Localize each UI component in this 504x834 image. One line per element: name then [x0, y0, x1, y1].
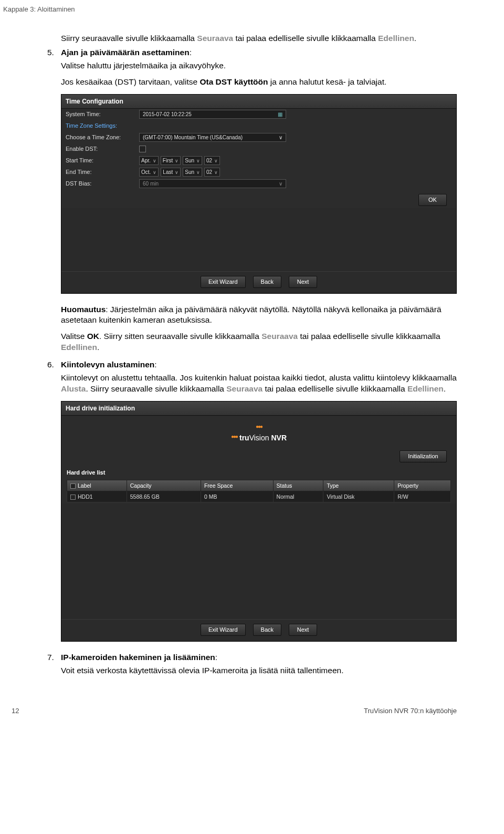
intro-paragraph: Siirry seuraavalle sivulle klikkaamalla … — [47, 33, 457, 44]
step-5-num: 5. — [47, 47, 54, 58]
back-button[interactable]: Back — [253, 276, 281, 288]
chevron-down-icon: ∨ — [279, 180, 282, 188]
next-link: Seuraava — [261, 332, 298, 341]
col-type: Type — [323, 480, 394, 491]
table-header-row: Label Capacity Free Space Status Type Pr… — [67, 480, 451, 491]
system-time-field[interactable]: 2015-07-02 10:22:25 ▦ — [139, 110, 286, 119]
note-paragraph: Huomautus: Järjestelmän aika ja päivämää… — [61, 304, 457, 326]
previous-link: Edellinen — [407, 384, 444, 393]
main-content: Siirry seuraavalle sivulle klikkaamalla … — [0, 14, 504, 693]
step-5: 5. Ajan ja päivämäärän asettaminen: Vali… — [47, 47, 457, 353]
end-month-select[interactable]: Oct.∨ — [139, 168, 159, 177]
step-5-p2: Jos kesäaikaa (DST) tarvitaan, valitse O… — [61, 77, 457, 88]
chevron-down-icon: ∨ — [175, 169, 178, 176]
step-6-num: 6. — [47, 359, 54, 370]
next-button[interactable]: Next — [289, 276, 317, 288]
empty-area — [61, 503, 456, 619]
system-time-label: System Time: — [66, 110, 139, 118]
valitse-ok-paragraph: Valitse OK. Siirry sitten seuraavalle si… — [61, 331, 457, 353]
hdd-init-screenshot: Hard drive initialization ●●●●●● truVisi… — [61, 401, 457, 642]
start-week-select[interactable]: First∨ — [161, 156, 181, 165]
hdd-list-title: Hard drive list — [61, 466, 456, 479]
choose-tz-label: Choose a Time Zone: — [66, 133, 139, 141]
start-month-select[interactable]: Apr.∨ — [139, 156, 159, 165]
ok-button[interactable]: OK — [418, 194, 447, 206]
start-day-select[interactable]: Sun∨ — [183, 156, 202, 165]
dst-bias-label: DST Bias: — [66, 180, 139, 188]
cell-status: Normal — [273, 491, 323, 502]
cell-free: 0 MB — [201, 491, 273, 502]
table-row[interactable]: HDD1 5588.65 GB 0 MB Normal Virtual Disk… — [67, 491, 451, 502]
page-header: Kappale 3: Aloittaminen — [0, 0, 504, 14]
step-7-title: IP-kameroiden hakeminen ja lisääminen — [61, 653, 215, 662]
time-config-screenshot: Time Configuration System Time: 2015-07-… — [61, 94, 457, 294]
hdd-panel-title: Hard drive initialization — [61, 401, 456, 416]
step-7-num: 7. — [47, 652, 54, 663]
format-link: Alusta — [61, 384, 86, 393]
exit-wizard-button[interactable]: Exit Wizard — [201, 276, 246, 288]
hdd-table: Label Capacity Free Space Status Type Pr… — [67, 480, 451, 502]
start-time-label: Start Time: — [66, 157, 139, 164]
end-day-select[interactable]: Sun∨ — [183, 168, 202, 177]
chevron-down-icon: ∨ — [214, 158, 218, 164]
cell-type: Virtual Disk — [323, 491, 394, 502]
step-5-p1: Valitse haluttu järjestelmäaika ja aikav… — [61, 60, 457, 71]
step-5-title: Ajan ja päivämäärän asettaminen — [61, 48, 190, 57]
cell-property: R/W — [394, 491, 451, 502]
col-property: Property — [394, 480, 451, 491]
select-all-checkbox[interactable] — [70, 483, 76, 489]
exit-wizard-button[interactable]: Exit Wizard — [201, 624, 246, 636]
enable-dst-label: Enable DST: — [66, 145, 139, 153]
chevron-down-icon: ∨ — [153, 169, 156, 176]
chevron-down-icon: ∨ — [175, 158, 178, 164]
truvision-logo: ●●●●●● truVision NVR — [61, 416, 456, 448]
cell-label: HDD1 — [78, 493, 93, 500]
next-button[interactable]: Next — [289, 624, 317, 636]
previous-link: Edellinen — [378, 34, 414, 43]
end-hour-select[interactable]: 02∨ — [204, 168, 220, 177]
page-number: 12 — [12, 707, 19, 715]
start-hour-select[interactable]: 02∨ — [204, 156, 220, 165]
timezone-select[interactable]: (GMT-07:00) Mountain Time (US&Canada) ∨ — [139, 133, 286, 142]
breadcrumb-text: Kappale 3: Aloittaminen — [3, 5, 75, 13]
empty-area — [61, 208, 456, 271]
cell-capacity: 5588.65 GB — [127, 491, 201, 502]
wizard-footer: Exit Wizard Back Next — [61, 619, 456, 641]
dst-bias-select[interactable]: 60 min ∨ — [139, 179, 286, 188]
doc-name: TruVision NVR 70:n käyttöohje — [364, 707, 457, 715]
tz-settings-label: Time Zone Settings: — [66, 122, 139, 130]
next-link: Seuraava — [226, 384, 262, 393]
page-footer: 12 TruVision NVR 70:n käyttöohje — [0, 693, 504, 722]
col-free: Free Space — [201, 480, 273, 491]
next-link: Seuraava — [197, 34, 233, 43]
wizard-footer: Exit Wizard Back Next — [61, 271, 456, 293]
back-button[interactable]: Back — [253, 624, 281, 636]
chevron-down-icon: ∨ — [214, 169, 218, 176]
enable-dst-checkbox[interactable] — [139, 146, 146, 152]
chevron-down-icon: ∨ — [196, 169, 200, 176]
chevron-down-icon: ∨ — [196, 158, 200, 164]
col-status: Status — [273, 480, 323, 491]
end-time-label: End Time: — [66, 168, 139, 176]
step-6: 6. Kiintolevyn alustaminen: Kiintolevyt … — [47, 359, 457, 642]
chevron-down-icon: ∨ — [279, 134, 282, 141]
step-7: 7. IP-kameroiden hakeminen ja lisääminen… — [47, 652, 457, 676]
row-checkbox[interactable] — [70, 495, 76, 500]
time-panel-title: Time Configuration — [61, 95, 456, 109]
step-7-p: Voit etsiä verkosta käytettävissä olevia… — [61, 665, 457, 676]
step-6-title: Kiintolevyn alustaminen — [61, 360, 154, 369]
calendar-icon[interactable]: ▦ — [278, 111, 282, 118]
step-6-p: Kiintolevyt on alustettu tehtaalla. Jos … — [61, 373, 457, 395]
initialization-button[interactable]: Initialization — [400, 450, 447, 462]
col-label: Label — [67, 480, 127, 491]
previous-link: Edellinen — [61, 343, 97, 352]
col-capacity: Capacity — [127, 480, 201, 491]
chevron-down-icon: ∨ — [153, 158, 156, 164]
end-week-select[interactable]: Last∨ — [161, 168, 181, 177]
